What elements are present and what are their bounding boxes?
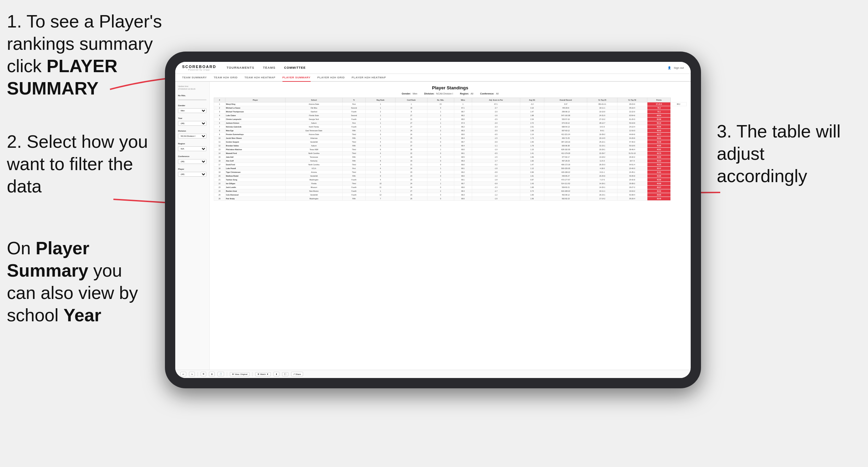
subnav-team-summary[interactable]: TEAM SUMMARY: [182, 74, 207, 82]
table-row[interactable]: 23Jack LundinMissouriFourth1124068.6-2.3…: [214, 186, 687, 189]
subnav-player-summary[interactable]: PLAYER SUMMARY: [282, 74, 311, 82]
table-cell: 1.50: [520, 140, 544, 144]
table-row[interactable]: 3Michael ThorbjornsenStanfordFourth28168…: [214, 110, 687, 114]
table-row[interactable]: 7Nicholas GabrelcikNorth FloridaFourth12…: [214, 125, 687, 129]
table-row[interactable]: 20Matthew RiedelVanderbiltFifth923068.0-…: [214, 174, 687, 178]
table-cell: 607-63-12: [544, 129, 587, 133]
subnav-team-h2h-grid[interactable]: TEAM H2H GRID: [214, 74, 238, 82]
table-cell: 4-18-0: [587, 167, 617, 170]
table-cell: 473-177-57: [544, 178, 587, 182]
table-cell: 26-27-2: [617, 186, 647, 189]
table-cell: 38-46-4: [617, 148, 647, 152]
nav-tournaments[interactable]: TOURNAMENTS: [226, 65, 254, 71]
table-row[interactable]: 24Bastien AmatNew MexicoFourth127268.4-1…: [214, 189, 687, 193]
table-cell: 21: [396, 118, 427, 121]
table-row[interactable]: 4Luke ClatonFlorida StateSecond127268.2-…: [214, 114, 687, 118]
table-cell: 562-82-23: [544, 197, 587, 201]
table-cell: 24: [214, 189, 225, 193]
table-cell: Maxwell Ford: [225, 152, 286, 155]
table-cell: 21: [396, 140, 427, 144]
table-cell: 6: [214, 121, 225, 125]
table-row[interactable]: 13Phichaksn MaichonTexas A&MThird630169.…: [214, 148, 687, 152]
table-cell: Arizona: [286, 170, 342, 174]
toolbar-sep1: [198, 372, 198, 376]
table-row[interactable]: 16Alex GoffKentuckyFifth819068.3-1.71.92…: [214, 159, 687, 163]
table-row[interactable]: 25Cole SherwoodVanderbiltFourth1223068.3…: [214, 193, 687, 197]
division-select[interactable]: NCAA Division I: [178, 134, 207, 138]
table-cell: 40.81: [647, 148, 671, 152]
table-row[interactable]: 18Luke PowellUCLAFirst424169.1-1.81.1250…: [214, 167, 687, 170]
table-row[interactable]: 2Michael Le SassoOle MissSecond118067.1-…: [214, 106, 687, 110]
table-cell: Ole Miss: [286, 106, 342, 110]
table-cell: 40.75: [647, 152, 671, 155]
watch-label: Watch: [260, 373, 266, 375]
table-cell: 1: [427, 148, 454, 152]
table-row[interactable]: 8Mats EgeEast Tennessee StateFifth124268…: [214, 129, 687, 133]
step2-text: 2. Select how you want to filter the dat…: [7, 132, 148, 196]
table-cell: 0: [427, 163, 454, 167]
table-cell: Alex Goff: [225, 159, 286, 163]
col-player: Player: [225, 98, 286, 102]
table-cell: 27-10-2: [587, 118, 617, 121]
table-cell: 514-111-52: [544, 182, 587, 186]
sign-out-link[interactable]: Sign out: [674, 66, 684, 69]
copy-button[interactable]: ⧉: [201, 372, 206, 376]
table-row[interactable]: 17David FordNorth CarolinaThird421069.0-…: [214, 163, 687, 167]
instruction-step2: 2. Select how you want to filter the dat…: [7, 131, 151, 198]
view-icon: 👁: [232, 373, 234, 375]
table-cell: 19: [396, 159, 427, 163]
clock-button[interactable]: 🕐: [218, 372, 224, 376]
no-rds-slider[interactable]: [178, 99, 207, 100]
table-cell: 35-26-4: [617, 197, 647, 201]
table-cell: 0: [427, 152, 454, 155]
table-row[interactable]: 11Gordon SargentVanderbiltThird421068.7-…: [214, 140, 687, 144]
table-cell: -1.1: [472, 144, 520, 148]
table-row[interactable]: 6Jackson KoivunAuburnFirst127167.3-2.02.…: [214, 121, 687, 125]
nav-teams[interactable]: TEAMS: [263, 65, 276, 71]
export-button[interactable]: ⬇: [274, 372, 279, 376]
subnav-player-h2h-grid[interactable]: PLAYER H2H GRID: [318, 74, 345, 82]
table-cell: 10: [366, 182, 396, 186]
gender-select[interactable]: Men: [178, 108, 207, 113]
table-row[interactable]: 19Tiger ChristensenArizonaThird523269.2-…: [214, 170, 687, 174]
filter-region-label: Region:: [460, 92, 469, 95]
region-select[interactable]: N/A: [178, 146, 207, 151]
table-row[interactable]: 5Christo LamprechtGeorgia TechFourth2212…: [214, 118, 687, 121]
player-select[interactable]: (All): [178, 172, 207, 177]
table-row[interactable]: 1Wenyi DingArizona StateFirst1115167.1-3…: [214, 102, 687, 106]
fullscreen-button[interactable]: ⛶: [282, 372, 288, 376]
table-row[interactable]: 10Jacob Skov OlesenArkansasFifth125068.4…: [214, 136, 687, 140]
tablet-screen: SCOREBOARD Powered by clippi TOURNAMENTS…: [175, 62, 691, 378]
table-cell: 28-15-0: [617, 102, 647, 106]
table-cell: 19: [214, 170, 225, 174]
table-cell: 22-29-7: [587, 152, 617, 155]
table-row[interactable]: 22Ian GilliganFloridaThird1024168.7-0.91…: [214, 182, 687, 186]
undo-button[interactable]: ↩: [180, 372, 186, 376]
table-row[interactable]: 9Preston SummerhaysArizona StateThird324…: [214, 133, 687, 136]
table-cell: 0: [427, 155, 454, 159]
table-cell: Fifth: [342, 136, 366, 140]
table-cell: 38.47: [647, 167, 671, 170]
nav-committee[interactable]: COMMITTEE: [284, 65, 306, 71]
table-row[interactable]: 26Petr HrubyWashingtonFifth725068.6-1.61…: [214, 197, 687, 201]
settings-button[interactable]: ⚙: [209, 372, 215, 376]
year-select[interactable]: (All): [178, 121, 207, 126]
table-row[interactable]: 12Brendan ValdesAuburnFifth537068.4-1.11…: [214, 144, 687, 148]
table-cell: 40.54: [647, 159, 671, 163]
table-cell: 4: [366, 152, 396, 155]
conference-select[interactable]: (All): [178, 159, 207, 164]
table-cell: 8: [396, 110, 427, 114]
redo-button[interactable]: ↪: [189, 372, 195, 376]
share-button[interactable]: ↗ Share: [291, 372, 303, 376]
table-row[interactable]: 15Jake HallTennesseeFifth718068.5-1.51.6…: [214, 155, 687, 159]
instruction-step3: On Player Summary you can also view by s…: [7, 237, 151, 326]
view-original-button[interactable]: 👁 View: Original: [230, 372, 249, 376]
table-row[interactable]: 14Maxwell FordNorth CarolinaThird422069.…: [214, 152, 687, 155]
subnav-team-h2h-heatmap[interactable]: TEAM H2H HEATMAP: [245, 74, 276, 82]
subnav-player-h2h-heatmap[interactable]: PLAYER H2H HEATMAP: [352, 74, 386, 82]
conference-control: Conference (All): [178, 155, 207, 164]
watch-button[interactable]: 👁 Watch ▼: [255, 372, 271, 376]
table-cell: 24: [396, 129, 427, 133]
table-row[interactable]: 21Tashiun SongWashingtonFourth423169.1-1…: [214, 178, 687, 182]
table-cell: -1.8: [472, 178, 520, 182]
